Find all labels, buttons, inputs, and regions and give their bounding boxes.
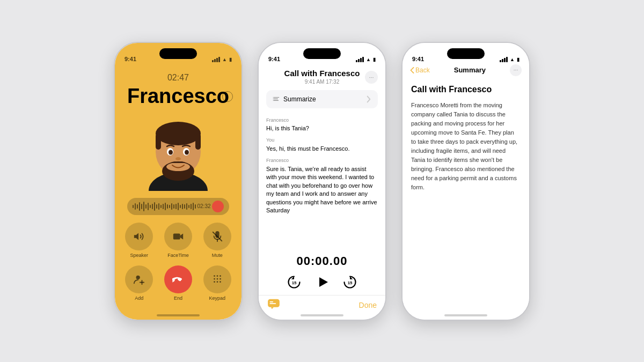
keypad-icon-circle [203,265,231,293]
svg-point-33 [273,100,274,100]
signal-icon [212,57,220,62]
add-person-icon [133,274,145,285]
summarize-icon [273,95,280,103]
facetime-icon-circle [164,223,192,250]
waveform-duration: 02:32 [197,203,210,209]
svg-rect-13 [173,233,180,239]
svg-rect-5 [195,134,201,150]
svg-point-16 [136,275,140,279]
home-indicator-2 [301,314,343,316]
facetime-label: FaceTime [167,253,189,258]
svg-marker-35 [319,277,328,287]
waveform-bar: 02:32 [127,198,229,215]
more-options-button[interactable]: ··· [365,71,378,84]
dynamic-island [159,48,197,59]
chevron-right-icon [366,95,371,103]
chevron-left-icon [410,67,414,73]
svg-point-22 [214,278,215,279]
dynamic-island-3 [447,48,485,59]
summary-more-button[interactable]: ··· [510,64,522,76]
call-button-grid: Speaker FaceTime [115,223,241,301]
transcript-title: Call with Francesco [267,69,377,78]
chat-icon [267,299,280,309]
keypad-label: Keypad [209,295,225,301]
svg-rect-30 [274,100,279,100]
svg-text:15: 15 [292,280,297,285]
signal-icon-2 [356,57,364,62]
done-button[interactable]: Done [359,301,377,309]
svg-text:15: 15 [348,280,353,285]
svg-point-10 [175,157,181,160]
msg-sender-3: Francesco [266,157,378,164]
wifi-icon-2: ▲ [366,57,371,62]
battery-icon-2: ▮ [373,57,376,62]
svg-rect-38 [270,301,274,302]
summary-title: Call with Francesco [411,85,521,94]
record-button[interactable] [212,201,224,212]
signal-icon-3 [500,57,508,62]
back-button[interactable]: Back [410,67,430,74]
skip-back-button[interactable]: 15 [286,274,303,291]
svg-rect-39 [270,303,276,304]
summary-screen: Back Summary ··· Call with Francesco Fra… [402,43,529,320]
svg-rect-29 [274,98,278,99]
end-button[interactable]: End [163,265,194,301]
msg-text-2: Yes, hi, this must be Francesco. [266,145,378,153]
mute-button[interactable]: Mute [201,223,233,258]
msg-text-3: Sure is. Tania, we're all ready to assis… [266,165,378,215]
status-time-3: 9:41 [412,56,424,62]
end-icon-circle [164,265,192,293]
mute-label: Mute [212,253,223,258]
svg-point-31 [273,97,274,97]
summarize-label: Summarize [283,95,316,103]
transcript-subtitle: 9:41 AM 17:32 [267,79,377,85]
dynamic-island-2 [303,48,341,59]
home-indicator-3 [444,314,487,316]
speaker-label: Speaker [130,253,149,258]
skip-forward-button[interactable]: 15 [341,274,358,291]
summarize-left: Summarize [273,95,316,103]
summary-text: Francesco Moretti from the moving compan… [411,101,521,192]
transcript-messages: Francesco Hi, is this Tania? You Yes, hi… [259,113,385,250]
svg-point-12 [166,162,190,171]
home-indicator [157,314,200,316]
facetime-button[interactable]: FaceTime [163,223,194,258]
nav-title: Summary [454,66,486,74]
svg-point-27 [219,281,221,283]
svg-point-26 [216,281,218,283]
play-button[interactable] [312,272,332,292]
skip-back-icon: 15 [287,275,302,290]
msg-sender-2: You [266,137,378,144]
mute-icon [211,231,223,242]
phone-summary: 9:41 ▲ ▮ Back Summary ··· Call with [401,42,530,321]
svg-rect-4 [156,134,161,150]
info-button[interactable]: i [222,91,233,102]
call-screen: i 02:47 Francesco [115,43,241,320]
svg-point-19 [214,275,215,277]
playback-area: 00:00.00 15 [259,250,385,295]
add-button[interactable]: Add [123,265,155,301]
status-icons-1: ▲ ▮ [212,57,232,62]
status-time-1: 9:41 [125,56,136,62]
end-label: End [174,295,182,301]
keypad-icon [211,274,223,285]
caller-name: Francesco [127,85,229,108]
msg-text-1: Hi, is this Tania? [266,124,378,132]
summarize-row[interactable]: Summarize [266,90,378,108]
svg-point-23 [216,278,218,279]
status-icons-2: ▲ ▮ [356,57,376,62]
svg-point-3 [156,122,201,145]
play-icon [313,273,331,291]
playback-controls: 15 15 [286,272,358,292]
wifi-icon-3: ▲ [510,57,515,62]
add-icon-circle [125,265,153,293]
back-label: Back [415,67,430,74]
mute-icon-circle [203,223,231,250]
transcript-screen: Call with Francesco 9:41 AM 17:32 ··· Su… [259,43,385,320]
wave-lines [133,202,196,211]
playback-time: 00:00.00 [297,254,348,268]
battery-icon-3: ▮ [517,57,519,62]
summary-content: Call with Francesco Francesco Moretti fr… [402,43,529,320]
keypad-button[interactable]: Keypad [201,265,233,301]
speaker-button[interactable]: Speaker [123,223,155,258]
